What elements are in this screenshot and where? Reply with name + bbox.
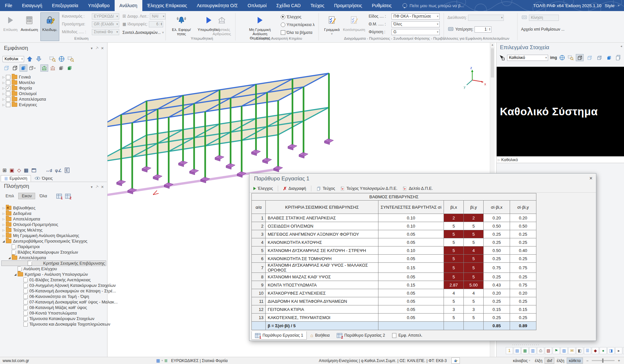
table-row[interactable]: 7ΚΑΤΑΝΟΜΗ ΔΥΣΚΑΜΨΙΑΣ ΚΑΘ' ΥΨΟΣ - ΜΑΛΑΚΟΣ… <box>252 263 536 273</box>
ww-toolbar-pdf[interactable]: Τεύχος Υπολογισμών Δ.Π.Ε. <box>339 186 399 192</box>
wire-view-icon[interactable] <box>576 54 584 61</box>
view-mode-icon[interactable]: ▦ <box>156 358 160 363</box>
model-view-red-icon[interactable] <box>49 64 57 72</box>
expand-arrow-icon[interactable]: ◢ <box>13 273 18 276</box>
ww-tab[interactable]: ⌂Βοήθεια <box>307 331 333 340</box>
tab-display[interactable]: ☰Εμφάνιση <box>1 175 31 182</box>
work-window-2-icon[interactable]: 2 <box>65 194 71 199</box>
e-modulus-icon[interactable]: E <box>65 168 69 173</box>
menu-item-επεξεργασία[interactable]: Επεξεργασία <box>47 0 83 11</box>
nav-tab-all[interactable]: Όλα <box>36 193 50 199</box>
nav-tree-item[interactable]: ▷Αποτελέσματα <box>1 216 106 222</box>
zoom-window-icon[interactable] <box>49 55 56 63</box>
flag-icon[interactable]: ⚑ <box>553 347 560 354</box>
globe-icon[interactable]: ● <box>600 347 607 354</box>
ww-tab[interactable]: Εμφ. Αποτελ. <box>389 331 426 340</box>
ww-tab[interactable]: 1Παράθυρο Εργασίας 1 <box>251 331 307 340</box>
zoom-out-icon[interactable]: − <box>586 358 589 363</box>
model-view-shaded-icon[interactable] <box>66 64 74 72</box>
check-radio[interactable] <box>281 15 285 19</box>
ww-toolbar-delete-x[interactable]: ✗Διαγραφή <box>282 185 307 192</box>
chevron-down-icon[interactable]: ▾ <box>91 185 93 189</box>
chevron-down-icon[interactable]: ˅ <box>618 4 619 7</box>
nav-tree-item[interactable]: Κριτήρια Σεισμικής Επιβάρυνσης <box>1 260 106 266</box>
doc-grid-icon[interactable]: ▧ <box>545 347 552 354</box>
expand-arrow-icon[interactable]: ▷ <box>1 81 6 84</box>
list-icon[interactable]: ☰ <box>584 347 591 354</box>
table-row[interactable]: 2ΟΞΕΙΔΩΣΗ ΟΠΛΙΣΜΩΝ0.10550.500.50 <box>252 222 536 230</box>
model-view-green-icon[interactable] <box>40 64 48 72</box>
type-select[interactable]: ΠΦ ΟΚΑ - Περιπτώσε▾ <box>391 13 440 20</box>
shade-view-icon[interactable] <box>595 54 603 61</box>
expand-arrow-icon[interactable]: ▷ <box>1 92 6 95</box>
pin-icon[interactable]: ⊤ <box>94 185 99 190</box>
expand-arrow-icon[interactable]: ▷ <box>1 234 6 237</box>
refresh-button[interactable]: Ανανέωση <box>20 12 39 41</box>
pin-icon[interactable]: ⊤ <box>94 46 99 51</box>
close-icon[interactable]: ✕ <box>101 185 104 189</box>
expand-arrow-icon[interactable]: ▷ <box>1 206 6 210</box>
menu-item-ανάλυση[interactable]: Ανάλυση <box>115 0 142 11</box>
layers-icon[interactable]: ▤ <box>514 347 521 354</box>
select-add-icon[interactable]: ⊞ <box>3 167 7 173</box>
display-tree-item[interactable]: ▷Γενικά <box>1 74 105 80</box>
expand-arrow-icon[interactable]: ▷ <box>1 76 6 79</box>
sheet-1-icon[interactable]: 1 <box>506 347 513 354</box>
expand-arrow-icon[interactable]: ▷ <box>1 217 6 221</box>
render-solid-icon[interactable] <box>20 64 27 72</box>
dimension-icon[interactable]: ↔d <box>46 168 52 173</box>
close-icon[interactable]: ✕ <box>101 46 104 50</box>
nav-tree-item[interactable]: ▷Δεδομένα <box>1 211 106 216</box>
display-tree-item[interactable]: ▷Οπλισμοί <box>1 91 105 96</box>
nav-tree-item[interactable]: 03-Ανηγμένη Αξονική Κατακόρυφων Στοιχείω… <box>1 283 106 288</box>
dxf-toggle[interactable]: dxf <box>545 357 554 364</box>
select-window-icon[interactable]: ▣ <box>10 167 14 173</box>
scroll-up-icon[interactable]: ▲ <box>490 42 495 48</box>
report-icon[interactable]: ▥ <box>529 347 536 354</box>
diamond-icon[interactable]: ◆ <box>592 347 599 354</box>
table-row[interactable]: 11ΔΙΑΔΡΟΜΗ ΚΑΙ ΜΕΤΑΦΟΡΑ ΔΥΝΑΜΕΩΝ0.05550.… <box>252 297 536 305</box>
copy-icon[interactable] <box>615 54 621 61</box>
selection-preview[interactable]: Καθολικό Σύστημα <box>497 67 624 156</box>
solid-view-icon[interactable] <box>605 54 613 61</box>
work-window-1-icon[interactable]: 1 <box>56 194 62 199</box>
render-ghost-icon[interactable] <box>3 64 10 72</box>
expand-arrow-icon[interactable]: ◢ <box>1 240 6 243</box>
menu-item-υπόβαθρο[interactable]: Υπόβαθρο <box>83 0 114 11</box>
pan-icon[interactable] <box>559 54 565 61</box>
nav-tree-item[interactable]: 05-Κατανομή Δυσκαμψιών σε Κάτοψη - Στρέ.… <box>1 288 106 294</box>
angle-psi-icon[interactable]: ψ∠ <box>55 168 62 173</box>
tab-views[interactable]: Όψεις <box>31 175 56 182</box>
menu-item-file[interactable]: File <box>0 0 17 11</box>
visibility-checkbox[interactable]: ✓ <box>6 86 10 91</box>
chevron-down-icon[interactable]: ˅ <box>162 31 164 34</box>
table-row[interactable]: 12ΓΕΙΤΟΝΙΚΑ ΚΤΙΡΙΑ0.05330.150.15 <box>252 305 536 314</box>
nav-tree-item[interactable]: 09-Κοντά Υποστυλώματα <box>1 310 106 316</box>
print-icon[interactable]: ⎙ <box>537 347 544 354</box>
model-view-gray-icon[interactable] <box>57 64 65 72</box>
nav-tree-item[interactable]: ◢Κριτήρια - Ανάλυση Υπολογισμών <box>1 272 106 277</box>
nav-tree-item[interactable]: 07-Κατανομή Δυσκαμψίας καθ' ύψος - Μαλακ… <box>1 299 106 305</box>
table-row[interactable]: 8ΚΑΤΑΝΟΜΗ ΜΑΖΑΣ ΚΑΘ' ΥΨΟΣ0.05550.250.25 <box>252 273 536 281</box>
nav-tree-item[interactable]: Τέμνουσα και Δυσκαμψία Τοιχοπληρώσεων <box>1 321 106 327</box>
chart-icon[interactable]: ▨ <box>560 347 568 354</box>
direction-select[interactable]: ▾ <box>468 15 504 21</box>
display-tree-item[interactable]: ▷Ενέργειες <box>1 102 105 107</box>
nav-tree-item[interactable]: 01-Βλάβες Στατικής Ανεπάρκειας <box>1 277 106 283</box>
table-icon[interactable]: ▦ <box>521 347 529 354</box>
table-row[interactable]: 6ΚΑΝΟΝΙΚΟΤΗΤΑ ΣΕ ΤΟΜΗ/ΟΨΗ0.05550.250.25 <box>252 255 536 263</box>
display-tree-item[interactable]: ▷✓Φορτία <box>1 85 105 91</box>
selection-row-katholiko[interactable]: ▷ Καθολικό <box>497 156 624 163</box>
properties-icon[interactable]: 🗔 <box>32 168 36 173</box>
chevron-down-icon[interactable]: ˅ <box>162 359 163 362</box>
nav-tree-item[interactable]: Τέμνουσα Κατακόρυφων Στοιχείων <box>1 316 106 321</box>
selected-scope-select[interactable]: Καθολικό▾ <box>507 55 548 61</box>
table-row[interactable]: 1ΒΛΑΒΕΣ ΣΤΑΤΙΚΗΣ ΑΝΕΠΑΡΚΕΙΑΣ0.10220.200.… <box>252 214 536 222</box>
visibility-checkbox[interactable] <box>6 80 10 85</box>
menu-item-σχέδια-cad[interactable]: Σχέδια CAD <box>272 0 306 11</box>
zoom-previous-icon[interactable] <box>67 55 74 63</box>
nav-tree-item[interactable]: ◢Δευτεροβάθμιος Προσεισμικός Έλεγχος <box>1 238 106 244</box>
snap-toggle-2[interactable]: έλξη <box>554 357 566 364</box>
tm-select[interactable]: Όλες▾ <box>391 21 440 27</box>
nav-tree-item[interactable]: Παράμετροι <box>1 244 106 249</box>
